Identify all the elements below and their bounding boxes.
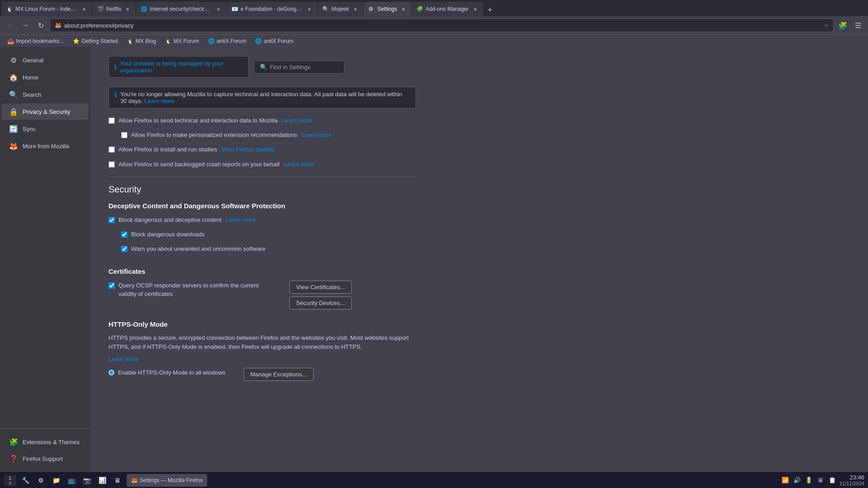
- info-banner-learn-more[interactable]: Learn more: [144, 98, 174, 104]
- sidebar-item-search[interactable]: 🔍 Search: [2, 86, 89, 103]
- checkbox-row-recommendations: Allow Firefox to make personalized exten…: [121, 130, 416, 140]
- workspace-indicator[interactable]: 1 2: [4, 475, 16, 486]
- tab-6[interactable]: ⚙ Settings ✕: [364, 2, 411, 16]
- tab-1[interactable]: 🐧 MX Linux Forum - Index p... ✕: [2, 2, 92, 16]
- bookmark-antix2[interactable]: 🌐 antiX Forum: [251, 37, 297, 45]
- tab-close-6[interactable]: ✕: [400, 5, 407, 13]
- mxforum-icon: 🐧: [165, 38, 172, 44]
- clipboard-icon[interactable]: 📋: [828, 476, 837, 485]
- content-inner: ℹ Your browser is being managed by your …: [90, 47, 434, 390]
- checkbox-crash[interactable]: [108, 161, 115, 168]
- learn-more-recommendations[interactable]: Learn more: [302, 131, 331, 138]
- taskbar-app-5[interactable]: 📷: [80, 474, 93, 487]
- section-divider: [108, 177, 416, 177]
- checkbox-crash-label: Allow Firefox to send backlogged crash r…: [118, 160, 314, 169]
- getting-started-icon: ⭐: [73, 38, 80, 44]
- taskbar-app-6[interactable]: 📊: [96, 474, 108, 487]
- checkbox-studies[interactable]: [108, 146, 115, 153]
- view-certificates-button[interactable]: View Certificates...: [289, 281, 352, 294]
- bookmark-getting-started-label: Getting Started: [81, 38, 118, 44]
- sidebar-item-privacy[interactable]: 🔒 Privacy & Security: [2, 103, 89, 120]
- checkbox-downloads[interactable]: [121, 231, 127, 238]
- display-icon[interactable]: 🖥: [816, 476, 825, 485]
- tab-7[interactable]: 🧩 Add-ons Manager ✕: [412, 2, 483, 16]
- sidebar-support-label: Firefox Support: [23, 455, 63, 462]
- view-studies-link[interactable]: View Firefox studies: [222, 146, 274, 153]
- radio-https-all[interactable]: [108, 370, 114, 375]
- taskbar-app-4[interactable]: 📺: [65, 474, 78, 487]
- manage-exceptions-button[interactable]: Manage Exceptions...: [244, 368, 314, 381]
- taskbar-app-2[interactable]: ⚙: [34, 474, 47, 487]
- bookmark-mxblog[interactable]: 🐧 MX Blog: [123, 37, 160, 45]
- extensions-icon[interactable]: 🧩: [836, 19, 849, 32]
- sidebar-item-mozilla[interactable]: 🦊 More from Mozilla: [2, 138, 89, 154]
- tab-4[interactable]: 📧 e Foundation - deGoogled... ✕: [227, 2, 317, 16]
- learn-more-crash[interactable]: Learn more: [284, 161, 314, 168]
- sidebar-item-extensions[interactable]: 🧩 Extensions & Themes: [2, 434, 89, 450]
- address-bar[interactable]: 🦊 about:preferences#privacy ☆: [50, 19, 834, 32]
- sidebar-item-home[interactable]: 🏠 Home: [2, 69, 89, 85]
- taskbar-left: 1 2 🔧 ⚙ 📁 📺 📷 📊 🖥 🦊 Settings — Mozilla F…: [4, 474, 207, 487]
- network-icon[interactable]: 📶: [781, 476, 790, 485]
- tab-close-2[interactable]: ✕: [124, 5, 131, 13]
- sidebar-item-sync[interactable]: 🔄 Sync: [2, 121, 89, 137]
- tab-5[interactable]: 🔍 Mojeek ✕: [318, 2, 363, 16]
- find-settings-input[interactable]: 🔍 Find in Settings: [254, 61, 344, 74]
- tab-close-1[interactable]: ✕: [80, 5, 88, 13]
- sync-icon: 🔄: [9, 124, 18, 133]
- bookmark-mxblog-label: MX Blog: [136, 38, 156, 44]
- general-icon: ⚙: [9, 56, 18, 65]
- main-area: ⚙ General 🏠 Home 🔍 Search 🔒 Privacy & Se…: [0, 47, 868, 472]
- bookmark-import-label: Import bookmarks...: [16, 38, 64, 44]
- checkbox-recommendations[interactable]: [121, 132, 127, 138]
- tab-close-3[interactable]: ✕: [215, 5, 222, 13]
- taskbar-app-1[interactable]: 🔧: [19, 474, 32, 487]
- bookmark-antix[interactable]: 🌐 antiX Forum: [204, 37, 250, 45]
- bookmark-mxforum[interactable]: 🐧 MX Forum: [161, 37, 203, 45]
- sidebar-item-general[interactable]: ⚙ General: [2, 52, 89, 68]
- back-button[interactable]: ←: [4, 19, 16, 32]
- security-devices-button[interactable]: Security Devices...: [289, 296, 352, 310]
- tab-favicon-4: 📧: [231, 6, 238, 12]
- volume-icon[interactable]: 🔊: [793, 476, 802, 485]
- checkbox-unwanted[interactable]: [121, 246, 127, 252]
- checkbox-technical[interactable]: [108, 117, 115, 124]
- bookmark-import[interactable]: 📥 Import bookmarks...: [4, 37, 67, 45]
- learn-more-deceptive[interactable]: Learn more: [226, 216, 255, 223]
- menu-button[interactable]: ☰: [852, 19, 864, 32]
- top-controls: ℹ Your browser is being managed by your …: [108, 56, 416, 78]
- forward-button[interactable]: →: [19, 19, 32, 32]
- privacy-icon: 🔒: [9, 107, 18, 116]
- https-learn-more[interactable]: Learn more: [108, 356, 416, 362]
- checkbox-deceptive[interactable]: [108, 217, 115, 223]
- security-section-title: Security: [108, 184, 416, 195]
- find-settings-icon: 🔍: [260, 64, 267, 70]
- taskbar-app-7[interactable]: 🖥: [111, 474, 124, 487]
- sidebar-extensions-label: Extensions & Themes: [23, 439, 80, 446]
- browser-frame: 🐧 MX Linux Forum - Index p... ✕ 🎬 Netfli…: [0, 0, 868, 488]
- learn-more-technical[interactable]: Learn more: [282, 117, 312, 124]
- sidebar-item-support[interactable]: ❓ Firefox Support: [2, 450, 89, 467]
- battery-icon[interactable]: 🔋: [804, 476, 813, 485]
- checkbox-technical-label: Allow Firefox to send technical and inte…: [118, 117, 312, 125]
- checkbox-row-deceptive: Block dangerous and deceptive content Le…: [108, 215, 416, 225]
- taskbar-firefox-btn[interactable]: 🦊 Settings — Mozilla Firefox: [127, 474, 207, 487]
- bookmark-star-icon[interactable]: ☆: [824, 23, 829, 28]
- sidebar-privacy-label: Privacy & Security: [23, 108, 70, 115]
- bookmark-getting-started[interactable]: ⭐ Getting Started: [69, 37, 122, 45]
- tab-favicon-7: 🧩: [416, 6, 423, 12]
- tab-3[interactable]: 🌐 Internet security/checks -... ✕: [136, 2, 226, 16]
- reload-button[interactable]: ↻: [34, 19, 47, 32]
- taskbar-app-3[interactable]: 📁: [50, 474, 62, 487]
- taskbar-firefox-label: Settings — Mozilla Firefox: [140, 477, 203, 483]
- tab-2[interactable]: 🎬 Netflix ✕: [93, 2, 136, 16]
- new-tab-button[interactable]: +: [484, 4, 496, 16]
- checkbox-ocsp[interactable]: [108, 282, 115, 289]
- tab-close-7[interactable]: ✕: [472, 5, 479, 13]
- sidebar-mozilla-label: More from Mozilla: [23, 143, 69, 150]
- checkbox-row-unwanted: Warn you about unwanted and uncommon sof…: [121, 244, 416, 254]
- managed-banner-link[interactable]: Your browser is being managed by your or…: [120, 60, 243, 74]
- tab-close-5[interactable]: ✕: [352, 5, 359, 13]
- tab-close-4[interactable]: ✕: [306, 5, 313, 13]
- checkbox-row-studies: Allow Firefox to install and run studies…: [108, 145, 416, 155]
